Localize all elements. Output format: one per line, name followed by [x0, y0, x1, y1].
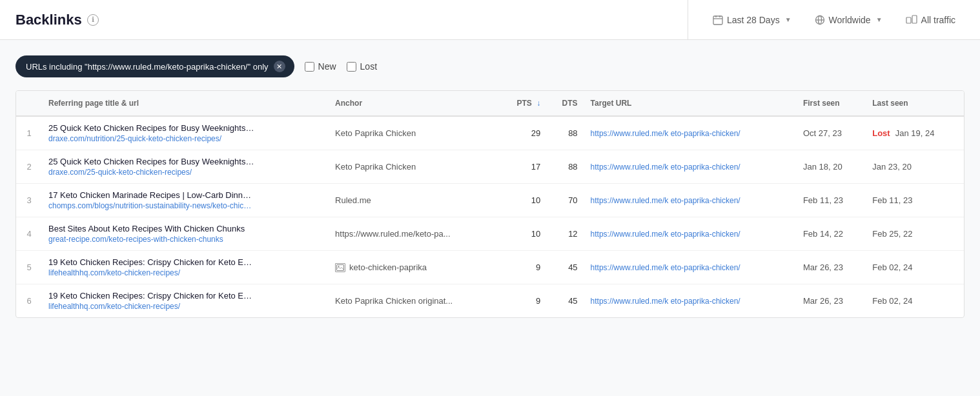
referring-url[interactable]: great-recipe.com/keto-recipes-with-chick… — [48, 235, 255, 244]
pts-sort-icon: ↓ — [536, 99, 540, 108]
cell-dts: 70 — [547, 184, 584, 217]
target-url-text[interactable]: https://www.ruled.me/k eto-paprika-chick… — [591, 230, 740, 239]
lost-checkbox-label[interactable]: Lost — [347, 61, 377, 72]
last-seen-cell: Feb 02, 24 — [872, 262, 957, 272]
col-dts: DTS — [547, 91, 584, 116]
page-title: Backlinks — [15, 12, 82, 28]
referring-title: 25 Quick Keto Chicken Recipes for Busy W… — [48, 123, 255, 133]
last-seen-cell: Feb 11, 23 — [872, 195, 957, 205]
geo-filter-chevron: ▼ — [876, 16, 883, 23]
table-row: 619 Keto Chicken Recipes: Crispy Chicken… — [16, 284, 964, 318]
col-pts[interactable]: PTS ↓ — [499, 91, 547, 116]
cell-anchor: Ruled.me — [329, 184, 499, 217]
col-last-seen: Last seen — [866, 91, 964, 116]
target-url-text[interactable]: https://www.ruled.me/k eto-paprika-chick… — [591, 196, 740, 205]
cell-anchor: Keto Paprika Chicken — [329, 150, 499, 184]
last-seen-cell: Feb 02, 24 — [872, 296, 957, 306]
col-anchor: Anchor — [329, 91, 499, 116]
header-left: Backlinks ℹ — [15, 12, 688, 28]
cell-referring: 25 Quick Keto Chicken Recipes for Busy W… — [42, 150, 329, 184]
traffic-filter-button[interactable]: All traffic — [897, 10, 965, 30]
date-filter-button[interactable]: Last 28 Days ▼ — [704, 10, 801, 30]
cell-pts: 29 — [499, 116, 547, 150]
table-body: 125 Quick Keto Chicken Recipes for Busy … — [16, 116, 964, 317]
target-url-text[interactable]: https://www.ruled.me/k eto-paprika-chick… — [591, 129, 740, 138]
target-url-text[interactable]: https://www.ruled.me/k eto-paprika-chick… — [591, 297, 740, 306]
cell-last-seen: Jan 23, 20 — [866, 150, 964, 184]
new-checkbox-label[interactable]: New — [305, 61, 336, 72]
geo-filter-button[interactable]: Worldwide ▼ — [806, 10, 892, 30]
cell-num: 5 — [16, 251, 42, 284]
last-seen-date: Feb 25, 22 — [872, 229, 912, 239]
info-icon[interactable]: ℹ — [87, 14, 99, 26]
target-url-text[interactable]: https://www.ruled.me/k eto-paprika-chick… — [591, 163, 740, 172]
cell-anchor: https://www.ruled.me/keto-pa... — [329, 217, 499, 251]
cell-target-url: https://www.ruled.me/k eto-paprika-chick… — [584, 284, 797, 318]
geo-filter-label: Worldwide — [829, 15, 871, 25]
svg-rect-7 — [906, 17, 911, 23]
cell-last-seen: Feb 02, 24 — [866, 251, 964, 284]
cell-referring: 19 Keto Chicken Recipes: Crispy Chicken … — [42, 251, 329, 284]
cell-dts: 45 — [547, 284, 584, 318]
main-content: URLs including "https://www.ruled.me/ket… — [0, 40, 980, 333]
cell-first-seen: Jan 18, 20 — [797, 150, 866, 184]
anchor-text: https://www.ruled.me/keto-pa... — [335, 229, 450, 239]
cell-dts: 12 — [547, 217, 584, 251]
referring-url[interactable]: lifehealthhq.com/keto-chicken-recipes/ — [48, 302, 255, 311]
last-seen-cell: Feb 25, 22 — [872, 229, 957, 239]
cell-dts: 88 — [547, 150, 584, 184]
referring-title: 25 Quick Keto Chicken Recipes for Busy W… — [48, 157, 255, 166]
image-icon — [335, 263, 345, 272]
svg-point-10 — [338, 266, 340, 267]
cell-referring: 19 Keto Chicken Recipes: Crispy Chicken … — [42, 284, 329, 318]
last-seen-date: Feb 11, 23 — [872, 195, 912, 205]
new-label: New — [318, 61, 336, 72]
cell-anchor: Keto Paprika Chicken — [329, 116, 499, 150]
new-checkbox[interactable] — [305, 62, 314, 72]
target-url-text[interactable]: https://www.ruled.me/k eto-paprika-chick… — [591, 263, 740, 272]
cell-num: 6 — [16, 284, 42, 318]
cell-target-url: https://www.ruled.me/k eto-paprika-chick… — [584, 184, 797, 217]
referring-url[interactable]: draxe.com/nutrition/25-quick-keto-chicke… — [48, 134, 255, 143]
cell-num: 3 — [16, 184, 42, 217]
traffic-icon — [906, 15, 917, 25]
cell-last-seen: Feb 02, 24 — [866, 284, 964, 318]
referring-url[interactable]: chomps.com/blogs/nutrition-sustainabilit… — [48, 201, 255, 210]
globe-icon — [815, 15, 825, 25]
cell-pts: 17 — [499, 150, 547, 184]
anchor-text: keto-chicken-paprika — [349, 262, 427, 272]
referring-url[interactable]: lifehealthhq.com/keto-chicken-recipes/ — [48, 268, 255, 277]
last-seen-date: Feb 02, 24 — [872, 296, 912, 306]
last-seen-date: Jan 19, 24 — [895, 128, 935, 138]
anchor-text: Keto Paprika Chicken originat... — [335, 296, 453, 306]
cell-first-seen: Feb 11, 23 — [797, 184, 866, 217]
cell-num: 4 — [16, 217, 42, 251]
col-num — [16, 91, 42, 116]
col-target-url: Target URL — [584, 91, 797, 116]
cell-pts: 10 — [499, 184, 547, 217]
lost-badge: Lost — [872, 128, 890, 138]
header-divider — [688, 0, 688, 40]
lost-checkbox[interactable] — [347, 62, 356, 72]
lost-label: Lost — [360, 61, 377, 72]
backlinks-table: Referring page title & url Anchor PTS ↓ … — [16, 91, 964, 317]
filter-pill-close-button[interactable]: ✕ — [274, 61, 285, 72]
cell-target-url: https://www.ruled.me/k eto-paprika-chick… — [584, 217, 797, 251]
table-row: 317 Keto Chicken Marinade Recipes | Low-… — [16, 184, 964, 217]
referring-title: 19 Keto Chicken Recipes: Crispy Chicken … — [48, 291, 255, 301]
col-referring: Referring page title & url — [42, 91, 329, 116]
cell-referring: 17 Keto Chicken Marinade Recipes | Low-C… — [42, 184, 329, 217]
referring-title: 19 Keto Chicken Recipes: Crispy Chicken … — [48, 257, 255, 267]
cell-pts: 9 — [499, 284, 547, 318]
cell-first-seen: Feb 14, 22 — [797, 217, 866, 251]
filter-pill-text: URLs including "https://www.ruled.me/ket… — [26, 62, 269, 72]
last-seen-cell: LostJan 19, 24 — [872, 128, 957, 138]
referring-title: Best Sites About Keto Recipes With Chick… — [48, 224, 255, 233]
last-seen-date: Jan 23, 20 — [872, 162, 912, 172]
filter-bar: URLs including "https://www.ruled.me/ket… — [15, 55, 965, 77]
referring-title: 17 Keto Chicken Marinade Recipes | Low-C… — [48, 190, 255, 200]
table-row: 519 Keto Chicken Recipes: Crispy Chicken… — [16, 251, 964, 284]
anchor-text: Keto Paprika Chicken — [335, 128, 416, 138]
date-filter-label: Last 28 Days — [727, 15, 780, 25]
referring-url[interactable]: draxe.com/25-quick-keto-chicken-recipes/ — [48, 168, 255, 177]
